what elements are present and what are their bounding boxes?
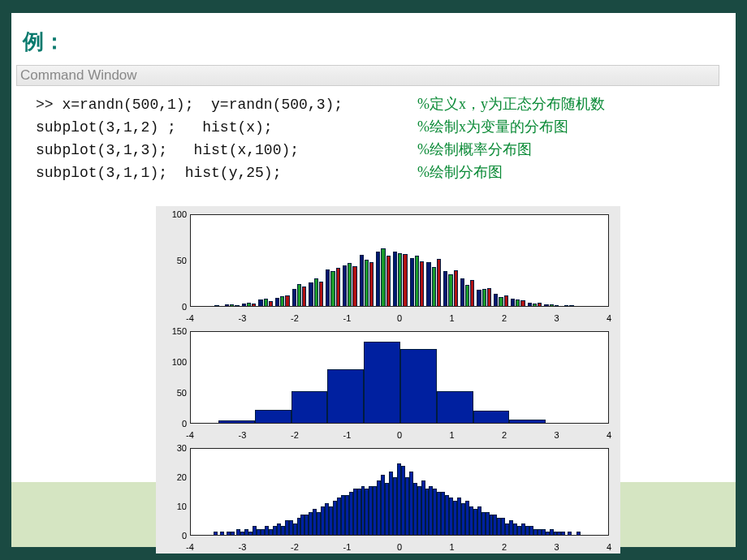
x-tick-label: 2 xyxy=(502,313,507,323)
bar xyxy=(410,258,414,306)
subplot-3: 0102030-4-3-2-101234 xyxy=(164,445,612,552)
x-tick-label: -3 xyxy=(239,313,247,323)
bar xyxy=(520,300,525,306)
x-tick-label: -3 xyxy=(239,542,247,552)
bar xyxy=(242,304,246,306)
cmd-code: subplot(3,1,2) ; hist(x); xyxy=(36,119,393,136)
y-tick-label: 100 xyxy=(164,357,187,367)
bar xyxy=(365,260,369,306)
bar xyxy=(477,290,481,306)
bar xyxy=(264,299,268,306)
bar xyxy=(220,532,224,535)
x-tick-label: 3 xyxy=(554,542,559,552)
bar xyxy=(352,266,356,306)
bar xyxy=(231,532,235,535)
bar xyxy=(364,342,400,423)
x-tick-label: 0 xyxy=(397,542,402,552)
y-tick-label: 150 xyxy=(164,326,187,336)
bar xyxy=(555,305,559,306)
bar xyxy=(343,265,347,306)
bar xyxy=(432,267,436,306)
y-tick-label: 100 xyxy=(164,209,187,219)
cmd-comment: %定义x，y为正态分布随机数 xyxy=(417,94,605,114)
bar xyxy=(218,420,255,423)
x-tick-label: -3 xyxy=(239,430,247,440)
x-tick-label: 0 xyxy=(397,313,402,323)
bar xyxy=(291,391,328,423)
bar xyxy=(400,349,437,423)
cmd-comment: %绘制分布图 xyxy=(417,162,503,182)
bar xyxy=(393,252,397,306)
x-tick-label: -2 xyxy=(291,542,299,552)
bar xyxy=(443,271,447,306)
x-tick-label: -1 xyxy=(343,430,352,440)
bar xyxy=(381,248,385,306)
bar xyxy=(470,280,474,306)
bar xyxy=(302,286,306,306)
cmd-code: subplot(3,1,1); hist(y,25); xyxy=(36,165,393,181)
x-tick-label: -2 xyxy=(291,430,299,440)
subplot-1: 050100-4-3-2-101234 xyxy=(164,211,612,323)
x-tick-label: 4 xyxy=(607,430,611,440)
bar xyxy=(528,303,532,306)
figure-area: 050100-4-3-2-101234 050100150-4-3-2-1012… xyxy=(156,206,620,554)
bar xyxy=(327,369,364,423)
bar xyxy=(326,269,330,306)
cmd-comment: %绘制概率分布图 xyxy=(417,140,532,159)
x-tick-label: 2 xyxy=(502,430,507,440)
bar xyxy=(275,298,279,306)
y-tick-label: 30 xyxy=(164,443,187,453)
bar xyxy=(255,410,291,423)
y-tick-label: 20 xyxy=(164,472,187,482)
bar xyxy=(504,295,508,306)
bar xyxy=(360,255,364,306)
bar xyxy=(214,305,218,306)
cmd-code: >> x=randn(500,1); y=randn(500,3); xyxy=(36,97,393,113)
bar xyxy=(544,304,548,306)
x-tick-label: 2 xyxy=(502,542,507,552)
bar xyxy=(398,253,402,306)
bar xyxy=(269,301,273,306)
bar xyxy=(376,252,380,306)
x-tick-label: -4 xyxy=(186,430,194,440)
x-tick-label: 3 xyxy=(554,430,559,440)
bar xyxy=(309,282,313,306)
x-tick-label: 1 xyxy=(449,430,454,440)
bar xyxy=(415,256,419,306)
bar xyxy=(460,278,464,306)
bar xyxy=(437,259,441,306)
bar xyxy=(437,391,473,423)
bar xyxy=(448,274,452,306)
bar xyxy=(568,532,572,535)
bar xyxy=(336,268,340,306)
cmd-line: subplot(3,1,1); hist(y,25); %绘制分布图 xyxy=(36,162,716,182)
x-tick-label: -1 xyxy=(343,542,352,552)
x-tick-label: 4 xyxy=(607,542,611,552)
bar xyxy=(314,278,318,306)
y-tick-label: 50 xyxy=(164,388,187,398)
x-tick-label: -4 xyxy=(186,313,194,323)
bar xyxy=(285,295,289,306)
bar xyxy=(426,262,430,306)
slide-title: 例： xyxy=(23,28,65,56)
y-tick-label: 0 xyxy=(164,531,187,541)
bar xyxy=(494,294,498,306)
x-tick-label: -1 xyxy=(343,313,352,323)
x-tick-label: -4 xyxy=(186,542,194,552)
bar xyxy=(214,532,218,535)
bar xyxy=(292,289,296,306)
cmd-code: subplot(3,1,3); hist(x,100); xyxy=(36,142,393,158)
subplot-2: 050100150-4-3-2-101234 xyxy=(164,328,612,440)
command-window-body: >> x=randn(500,1); y=randn(500,3); %定义x，… xyxy=(19,88,719,188)
bar xyxy=(235,305,239,306)
bar xyxy=(403,254,407,306)
bar xyxy=(499,297,503,306)
x-tick-label: 1 xyxy=(449,313,454,323)
bar xyxy=(482,289,486,306)
bar xyxy=(487,288,491,306)
y-tick-label: 0 xyxy=(164,419,187,429)
bar xyxy=(509,420,546,423)
bar xyxy=(576,532,581,535)
bar xyxy=(369,262,374,306)
bar xyxy=(330,271,335,306)
